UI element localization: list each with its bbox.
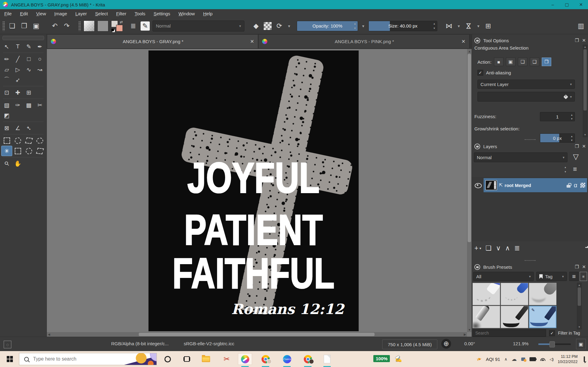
- canvas-area[interactable]: JOYFUL PATIENT FAITHFUL Romans 12:12 ▲ ▼…: [47, 49, 472, 337]
- gradient-chooser[interactable]: [84, 21, 95, 32]
- presets-scrollbar[interactable]: ▲ ▼: [577, 283, 582, 329]
- action-symmetric-difference-icon[interactable]: ❒: [542, 58, 551, 66]
- scroll-down-icon[interactable]: ▼: [577, 326, 581, 328]
- close-button[interactable]: ✕: [574, 0, 588, 9]
- security-icon[interactable]: [521, 358, 525, 361]
- canvas-horizontal-scrollbar[interactable]: ◀ ▶: [47, 332, 467, 337]
- brush-preset-pencil-selected[interactable]: ✎: [529, 306, 556, 328]
- bezier-curve-tool-icon[interactable]: ∿: [23, 64, 34, 75]
- action-center-icon[interactable]: [584, 356, 585, 362]
- fill-tool-icon[interactable]: ◩: [1, 110, 12, 121]
- spin-down-icon[interactable]: ▾: [354, 26, 356, 30]
- background-color[interactable]: [116, 25, 123, 32]
- opacity-slider[interactable]: Opacity: 100% ▴ ▾: [297, 21, 358, 31]
- menu-image[interactable]: Image: [54, 11, 67, 16]
- brush-preset-ink-pen[interactable]: [473, 306, 500, 328]
- preset-detail-view-icon[interactable]: ≣: [580, 272, 587, 281]
- menu-settings[interactable]: Settings: [154, 11, 170, 16]
- toolbar-grip[interactable]: [2, 21, 5, 31]
- close-icon[interactable]: ✕: [250, 39, 254, 44]
- bezier-selection-tool-icon[interactable]: [23, 146, 34, 156]
- menu-help[interactable]: Help: [203, 11, 213, 16]
- ellipse-tool-icon[interactable]: ○: [34, 54, 45, 64]
- volume-icon[interactable]: ◁): [550, 357, 553, 361]
- menu-tools[interactable]: Tools: [135, 11, 145, 16]
- lock-icon[interactable]: [474, 144, 480, 149]
- layer-blend-mode-select[interactable]: Normal ▾: [474, 152, 567, 162]
- spin-down-icon[interactable]: ▾: [434, 26, 435, 30]
- dynamic-brush-tool-icon[interactable]: ⌒: [1, 75, 12, 85]
- elliptical-selection-tool-icon[interactable]: [12, 135, 23, 146]
- zoom-slider-thumb[interactable]: [549, 341, 555, 347]
- calligraphy-tool-icon[interactable]: ✒: [34, 41, 45, 52]
- zoom-slider[interactable]: [538, 343, 571, 345]
- brush-preset-eraser[interactable]: [473, 283, 500, 305]
- task-view-icon[interactable]: [180, 354, 194, 365]
- menu-filter[interactable]: Filter: [116, 11, 126, 16]
- mirror-horizontal-icon[interactable]: ⋈: [444, 21, 454, 31]
- chevron-down-icon[interactable]: ▾: [480, 246, 481, 250]
- chevron-down-icon[interactable]: ▾: [361, 21, 366, 31]
- filter-in-tag-checkbox[interactable]: ✓: [549, 330, 555, 336]
- menu-window[interactable]: Window: [179, 11, 195, 16]
- pattern-edit-tool-icon[interactable]: ▩: [23, 100, 34, 110]
- trim-to-image-icon[interactable]: ⊞: [484, 21, 493, 31]
- move-layer-down-icon[interactable]: ∨: [496, 244, 501, 252]
- layer-properties-icon[interactable]: ≣: [514, 244, 520, 252]
- canvas-only-mode-icon[interactable]: ▣: [576, 339, 586, 349]
- scroll-down-icon[interactable]: ▼: [468, 328, 471, 331]
- freehand-brush-tool-icon[interactable]: ✏: [1, 54, 12, 64]
- canva-icon[interactable]: Canva: [280, 354, 294, 365]
- similar-color-selection-tool-icon[interactable]: [12, 146, 23, 156]
- krita-taskbar-icon[interactable]: [238, 354, 252, 365]
- open-document-icon[interactable]: ❐: [20, 21, 29, 31]
- action-intersect-icon[interactable]: ▣: [506, 58, 515, 66]
- new-document-icon[interactable]: ❏: [8, 21, 17, 31]
- anti-aliasing-checkbox[interactable]: ✓: [477, 70, 483, 76]
- action-add-icon[interactable]: ❏: [518, 58, 527, 66]
- mirror-vertical-icon[interactable]: ⋈: [464, 21, 473, 31]
- layer-filter-icon[interactable]: ▽: [573, 152, 579, 161]
- menu-layer[interactable]: Layer: [75, 11, 87, 16]
- grow-shrink-spinbox[interactable]: 0 px ▴ ▾: [540, 133, 575, 143]
- battery-icon[interactable]: [530, 357, 536, 361]
- clock[interactable]: 11:12 PM 10/22/2022: [558, 354, 578, 364]
- aqi-label[interactable]: AQI 91: [486, 357, 500, 362]
- inherit-alpha-icon[interactable]: [580, 183, 585, 188]
- snip-app-icon[interactable]: ✂: [220, 354, 233, 365]
- close-icon[interactable]: ✕: [462, 39, 466, 44]
- smart-patch-tool-icon[interactable]: ✂: [34, 100, 45, 110]
- action-subtract-icon[interactable]: ❑: [530, 58, 539, 66]
- rotation-dial-icon[interactable]: ⊕: [441, 339, 451, 349]
- layer-thumbnail[interactable]: [485, 180, 497, 190]
- add-layer-button[interactable]: +: [474, 244, 478, 252]
- close-docker-icon[interactable]: ✕: [582, 38, 586, 43]
- menu-edit[interactable]: Edit: [20, 11, 28, 16]
- menu-view[interactable]: View: [36, 11, 46, 16]
- freehand-path-tool-icon[interactable]: ↝: [34, 64, 45, 75]
- freehand-selection-tool-icon[interactable]: [34, 135, 45, 146]
- lock-icon[interactable]: [474, 38, 480, 43]
- chrome-profile2-icon[interactable]: [301, 354, 315, 365]
- text-tool-icon[interactable]: T: [12, 41, 23, 52]
- brush-options-icon[interactable]: ≣: [129, 21, 138, 31]
- gradient-tool-icon[interactable]: ▧: [1, 100, 12, 110]
- menu-file[interactable]: File: [4, 11, 12, 16]
- image-size-label[interactable]: 750 x 1,006 (4.5 MiB): [382, 339, 437, 349]
- cortana-icon[interactable]: [161, 354, 174, 365]
- close-docker-icon[interactable]: ✕: [582, 144, 586, 149]
- toolbar-grip-2[interactable]: [78, 21, 81, 31]
- spin-up-icon[interactable]: ▴: [565, 165, 566, 169]
- tab-gray-document[interactable]: ANGELA BOYS - GRAY.png * ✕: [47, 34, 258, 49]
- spin-up-icon[interactable]: ▴: [354, 22, 356, 26]
- spin-down-icon[interactable]: ▾: [571, 138, 573, 142]
- line-tool-icon[interactable]: ╱: [12, 54, 23, 64]
- wifi-icon[interactable]: [540, 357, 545, 361]
- close-docker-icon[interactable]: ✕: [582, 264, 586, 270]
- contiguous-selection-tool-icon[interactable]: ✳: [1, 146, 12, 156]
- blending-mode-select[interactable]: Normal ▾: [153, 21, 244, 32]
- eraser-mode-icon[interactable]: ◆: [251, 21, 261, 31]
- scrollbar-thumb[interactable]: [578, 287, 581, 306]
- docker-splitter[interactable]: [525, 139, 536, 140]
- reference-images-tool-icon[interactable]: ➴: [23, 123, 34, 133]
